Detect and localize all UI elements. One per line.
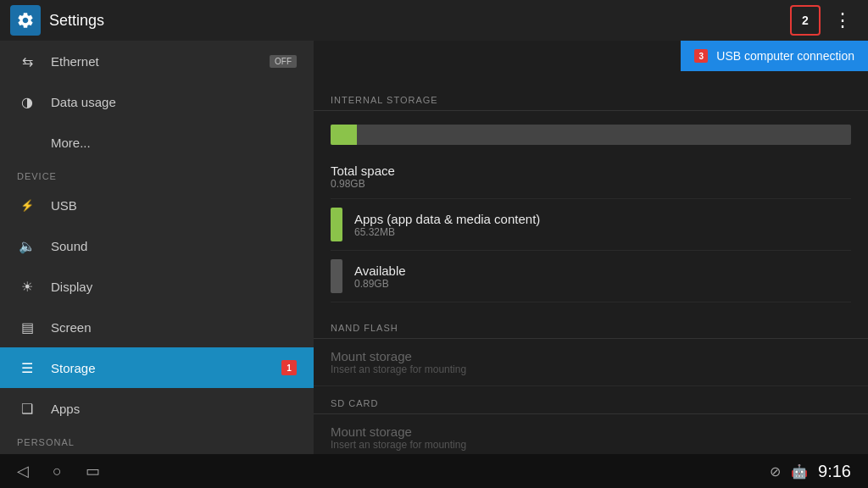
storage-apps-label: Apps (app data & media content) [354, 212, 851, 226]
sidebar-item-label: Screen [51, 320, 92, 335]
nand-flash-header: NAND FLASH [314, 311, 868, 339]
nand-mount-item[interactable]: Mount storage Insert an storage for moun… [314, 339, 868, 386]
sidebar-item-sound[interactable]: 🔈 Sound [0, 225, 314, 266]
main-content: 3 USB computer connection INTERNAL STORA… [314, 41, 868, 454]
storage-total-info: Total space 0.98GB [331, 164, 851, 190]
storage-apps-size: 65.32MB [354, 226, 851, 238]
bottom-bar: ◁ ○ ▭ ⊘ 🤖 9:16 [0, 454, 868, 488]
main-layout: ⇆ Ethernet OFF ◑ Data usage More... DEVI… [0, 41, 868, 454]
bottom-nav: ◁ ○ ▭ [17, 462, 100, 480]
badge-number[interactable]: 2 [790, 5, 821, 36]
storage-total-label: Total space [331, 164, 851, 178]
sidebar-item-screen[interactable]: ▤ Screen [0, 307, 314, 347]
sidebar-item-storage[interactable]: ☰ Storage 1 [0, 347, 314, 388]
apps-icon: ❑ [17, 401, 37, 417]
storage-available-label: Available [354, 263, 851, 278]
sidebar-item-label: USB [51, 198, 77, 213]
sidebar-item-label: More... [51, 136, 91, 150]
ethernet-icon: ⇆ [17, 53, 37, 69]
storage-total-row: Total space 0.98GB [331, 155, 851, 199]
storage-items-list: Total space 0.98GB Apps (app data & medi… [314, 155, 868, 302]
sidebar-item-label: Display [51, 280, 92, 294]
sd-mount-item[interactable]: Mount storage Insert an storage for moun… [314, 414, 868, 454]
apps-color-indicator [331, 208, 342, 241]
usb-notification-bar[interactable]: 3 USB computer connection [681, 41, 868, 71]
sidebar-item-label: Ethernet [51, 54, 99, 69]
usb-notification-badge: 3 [694, 49, 708, 63]
storage-available-row: Available 0.89GB [331, 251, 851, 302]
sidebar-item-data-usage[interactable]: ◑ Data usage [0, 81, 314, 122]
storage-bar-used [331, 125, 357, 145]
available-color-indicator [331, 259, 342, 293]
sidebar: ⇆ Ethernet OFF ◑ Data usage More... DEVI… [0, 41, 314, 454]
internal-storage-header: INTERNAL STORAGE [314, 83, 868, 111]
storage-total-size: 0.98GB [331, 178, 851, 190]
storage-icon: ☰ [17, 360, 37, 376]
storage-badge: 1 [281, 360, 297, 375]
sidebar-item-display[interactable]: ☀ Display [0, 266, 314, 307]
sidebar-item-more[interactable]: More... [0, 122, 314, 163]
storage-apps-row: Apps (app data & media content) 65.32MB [331, 199, 851, 251]
display-icon: ☀ [17, 279, 37, 295]
sd-mount-label: Mount storage [331, 424, 851, 439]
sound-icon: 🔈 [17, 238, 37, 254]
usb-notification-label: USB computer connection [716, 49, 854, 63]
back-button[interactable]: ◁ [17, 462, 29, 480]
overflow-menu-button[interactable]: ⋮ [827, 5, 858, 36]
sidebar-item-label: Data usage [51, 95, 116, 109]
personal-section-header: PERSONAL [0, 429, 314, 451]
sd-mount-sub: Insert an storage for mounting [331, 439, 851, 451]
sidebar-item-apps[interactable]: ❑ Apps [0, 388, 314, 429]
nand-mount-label: Mount storage [331, 349, 851, 363]
ethernet-toggle[interactable]: OFF [270, 55, 297, 68]
recents-button[interactable]: ▭ [86, 462, 100, 480]
sidebar-item-label: Storage [51, 361, 96, 375]
status-bar: ⊘ 🤖 9:16 [770, 462, 851, 481]
device-section-header: DEVICE [0, 163, 314, 185]
storage-apps-info: Apps (app data & media content) 65.32MB [354, 212, 851, 238]
settings-app-icon [10, 5, 41, 36]
screen-icon: ▤ [17, 319, 37, 336]
data-usage-icon: ◑ [17, 94, 37, 110]
sd-card-header: SD CARD [314, 386, 868, 414]
storage-available-size: 0.89GB [354, 278, 851, 290]
android-icon: 🤖 [791, 463, 808, 480]
usb-icon: ⚡ [17, 199, 37, 212]
sidebar-item-usb[interactable]: ⚡ USB [0, 185, 314, 225]
clock-display: 9:16 [818, 462, 851, 481]
storage-bar [331, 125, 851, 145]
sidebar-item-ethernet[interactable]: ⇆ Ethernet OFF [0, 41, 314, 81]
sidebar-item-label: Sound [51, 239, 87, 253]
page-title: Settings [49, 12, 790, 30]
nand-mount-sub: Insert an storage for mounting [331, 363, 851, 375]
top-bar: Settings 2 ⋮ [0, 0, 868, 41]
no-sim-icon: ⊘ [770, 463, 781, 480]
home-button[interactable]: ○ [53, 463, 62, 480]
sidebar-item-label: Apps [51, 402, 80, 416]
top-bar-actions: 2 ⋮ [790, 5, 858, 36]
storage-available-info: Available 0.89GB [354, 263, 851, 290]
